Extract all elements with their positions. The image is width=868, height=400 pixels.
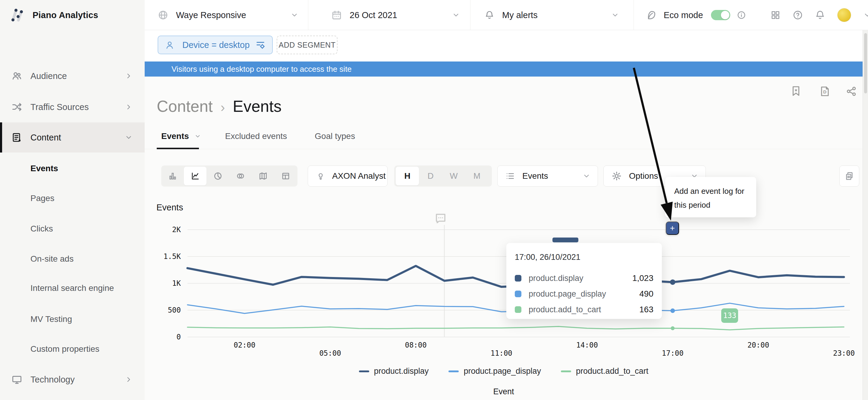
series-label: product.display xyxy=(529,274,584,283)
tooltip-row: product.page_display 490 xyxy=(515,289,653,299)
tab-goal-types[interactable]: Goal types xyxy=(315,131,355,141)
sidebar-item-label: MV Testing xyxy=(30,314,72,324)
legend-item-product-page-display[interactable]: product.page_display xyxy=(448,367,541,376)
avatar[interactable] xyxy=(837,8,851,22)
alerts-picker[interactable]: My alerts xyxy=(485,0,623,30)
granularity-hour[interactable]: H xyxy=(396,167,419,185)
bookmark-icon[interactable] xyxy=(790,85,802,98)
chevron-down-icon xyxy=(290,11,299,19)
divider xyxy=(470,0,470,30)
x-tick-label: 14:00 xyxy=(569,341,605,349)
help-icon[interactable] xyxy=(793,10,803,20)
export-document-icon[interactable]: D xyxy=(819,86,831,98)
vertical-scrollbar[interactable] xyxy=(863,30,868,400)
add-event-log-button[interactable]: + xyxy=(666,221,679,235)
sidebar-item-custom-properties[interactable]: Custom properties xyxy=(0,338,145,360)
chart-title: Events xyxy=(156,203,183,213)
chart-tooltip: 17:00, 26/10/2021 product.display 1,023 … xyxy=(506,243,662,319)
segment-description-banner: Visitors using a desktop computer to acc… xyxy=(145,61,868,76)
series-value: 163 xyxy=(639,305,653,314)
popover-text-line1: Add an event log for xyxy=(674,184,756,198)
x-tick-label: 17:00 xyxy=(655,349,691,358)
sidebar-item-label: Pages xyxy=(30,193,54,203)
person-icon xyxy=(165,40,175,50)
sidebar-item-traffic-sources[interactable]: Traffic Sources xyxy=(0,96,145,118)
copy-chart-button[interactable] xyxy=(839,165,859,187)
map-icon[interactable] xyxy=(252,165,274,187)
chevron-down-icon xyxy=(125,133,133,142)
notifications-bell-icon[interactable] xyxy=(815,10,825,20)
legend-item-product-display[interactable]: product.display xyxy=(359,367,429,376)
sidebar-item-technology[interactable]: Technology xyxy=(0,369,145,390)
legend-item-product-add-to-cart[interactable]: product.add_to_cart xyxy=(561,367,648,376)
top-bar: Piano Analytics Waye Responsive 26 Oct 2… xyxy=(0,0,868,30)
chevron-right-icon xyxy=(125,376,133,383)
tooltip-row: product.display 1,023 xyxy=(515,273,653,283)
series-label: product.add_to_cart xyxy=(529,305,601,314)
venn-diagram-icon[interactable] xyxy=(229,165,252,187)
x-tick-label: 08:00 xyxy=(398,341,434,349)
active-tab-indicator xyxy=(157,148,199,149)
sidebar-item-content[interactable]: Content xyxy=(0,122,145,153)
granularity-week[interactable]: W xyxy=(442,167,465,185)
series-value: 1,023 xyxy=(632,273,653,283)
x-tick-label: 20:00 xyxy=(740,341,776,349)
banner-text: Visitors using a desktop computer to acc… xyxy=(172,64,352,74)
active-indicator xyxy=(0,122,2,153)
apps-grid-icon[interactable] xyxy=(770,10,781,20)
tab-events[interactable]: Events xyxy=(161,131,189,141)
line-chart-icon[interactable] xyxy=(184,167,207,185)
chevron-right-icon xyxy=(125,72,133,80)
metric-select[interactable]: Events xyxy=(497,165,598,187)
date-picker[interactable]: 26 Oct 2021 xyxy=(332,0,464,30)
bar-chart-icon[interactable] xyxy=(161,165,184,187)
series-label: product.page_display xyxy=(529,289,606,299)
sidebar-item-label: Audience xyxy=(30,71,67,81)
series-swatch xyxy=(515,306,521,313)
sidebar-item-label: Content xyxy=(30,133,61,143)
x-tick-label: 05:00 xyxy=(312,349,348,358)
sidebar-item-internal-search[interactable]: Internal search engine xyxy=(0,277,145,299)
bell-icon xyxy=(485,10,494,20)
site-name: Waye Responsive xyxy=(176,10,246,20)
copy-icon xyxy=(844,171,855,181)
site-picker[interactable]: Waye Responsive xyxy=(158,0,309,30)
sidebar-item-label: Internal search engine xyxy=(30,283,114,293)
tab-chevron-down-icon[interactable] xyxy=(194,133,201,140)
granularity-month[interactable]: M xyxy=(465,167,489,185)
scrollbar-thumb[interactable] xyxy=(864,33,867,93)
sidebar-item-onsite-ads[interactable]: On-site ads xyxy=(0,248,145,270)
table-icon[interactable] xyxy=(274,165,297,187)
add-segment-button[interactable]: ADD SEGMENT xyxy=(277,36,338,54)
sidebar-item-pages[interactable]: Pages xyxy=(0,187,145,209)
brand[interactable]: Piano Analytics xyxy=(0,0,145,30)
leaf-icon xyxy=(646,10,657,21)
axon-analyst-button[interactable]: AXON Analyst xyxy=(308,165,388,187)
share-icon[interactable] xyxy=(846,86,857,98)
legend-dash xyxy=(359,370,369,372)
info-icon[interactable] xyxy=(737,10,746,20)
account-chevron-down-icon[interactable] xyxy=(863,11,868,19)
x-tick-label: 11:00 xyxy=(484,349,520,358)
breadcrumb-section[interactable]: Content xyxy=(157,97,213,116)
sidebar-item-audience[interactable]: Audience xyxy=(0,65,145,87)
pie-chart-icon[interactable] xyxy=(207,165,229,187)
page-title: Events xyxy=(233,97,281,116)
tab-excluded-events[interactable]: Excluded events xyxy=(225,131,287,141)
segment-settings-icon[interactable] xyxy=(255,40,266,50)
sidebar-item-label: Traffic Sources xyxy=(30,102,89,112)
topbar-icon-cluster xyxy=(770,0,868,30)
chevron-down-icon xyxy=(452,11,460,19)
divider xyxy=(308,0,308,30)
x-tick-label: 02:00 xyxy=(226,341,262,349)
granularity-day[interactable]: D xyxy=(419,167,442,185)
segment-chip-device-desktop[interactable]: Device = desktop xyxy=(158,36,273,54)
eco-mode-toggle[interactable] xyxy=(711,10,730,20)
sidebar-item-clicks[interactable]: Clicks xyxy=(0,218,145,240)
sidebar-item-events[interactable]: Events xyxy=(0,158,145,179)
content-icon xyxy=(11,132,22,143)
selected-date: 26 Oct 2021 xyxy=(350,10,397,20)
audience-icon xyxy=(11,70,22,82)
sidebar-item-mv-testing[interactable]: MV Testing xyxy=(0,308,145,330)
metric-select-value: Events xyxy=(522,171,548,181)
